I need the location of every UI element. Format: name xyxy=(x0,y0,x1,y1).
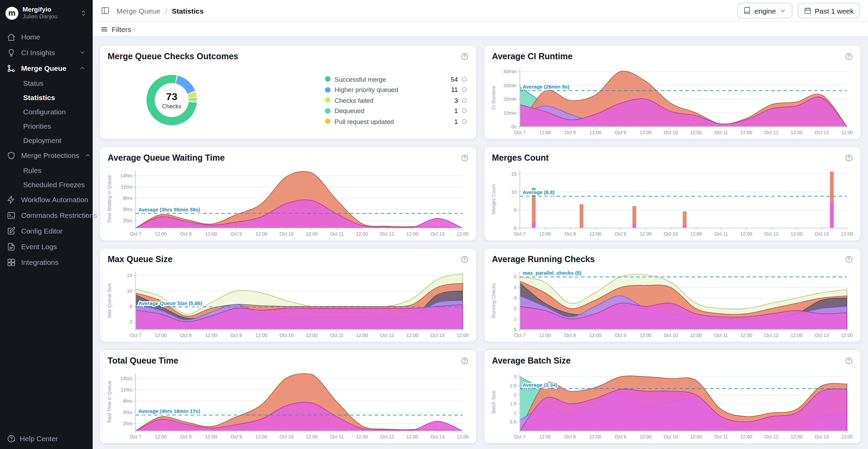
repo-select-button[interactable]: engine xyxy=(738,3,792,18)
sidebar-item-ci-insights[interactable]: CI Insights xyxy=(0,45,93,60)
svg-text:Oct 10: Oct 10 xyxy=(279,231,293,237)
help-icon[interactable] xyxy=(845,154,853,162)
home-icon xyxy=(7,32,16,41)
checks-outcomes-donut[interactable]: 73 Checks xyxy=(134,65,209,136)
running-checks-chart[interactable]: 012345Oct 712:00Oct 812:00Oct 912:00Oct … xyxy=(489,266,855,339)
legend-item[interactable]: Pull request updated1 xyxy=(325,118,467,125)
svg-text:12:00: 12:00 xyxy=(589,231,601,237)
svg-text:12:00: 12:00 xyxy=(456,333,468,338)
mergify-logo: m xyxy=(5,7,18,20)
visibility-toggle-icon[interactable] xyxy=(462,98,467,103)
svg-text:12:00: 12:00 xyxy=(205,333,217,338)
sidebar-item-home[interactable]: Home xyxy=(0,29,93,45)
merge-icon xyxy=(7,64,16,73)
svg-text:2hrs: 2hrs xyxy=(123,218,132,223)
sidebar-item-config-editor[interactable]: Config Editor xyxy=(0,223,93,239)
sidebar-item-label: Commands Restrictions xyxy=(21,211,97,219)
sidebar-item-deployment[interactable]: Deployment xyxy=(0,133,93,147)
date-range-button[interactable]: Past 1 week xyxy=(798,3,860,18)
svg-text:Oct 10: Oct 10 xyxy=(664,130,678,135)
sidebar-item-workflow-automation[interactable]: Workflow Automation xyxy=(0,192,93,207)
help-icon[interactable] xyxy=(461,356,469,365)
help-icon[interactable] xyxy=(845,255,853,263)
svg-text:5hrs: 5hrs xyxy=(123,409,132,415)
svg-text:12:00: 12:00 xyxy=(690,434,702,439)
visibility-toggle-icon[interactable] xyxy=(462,87,467,92)
legend-label: Pull request updated xyxy=(335,118,444,125)
svg-text:12:00: 12:00 xyxy=(539,333,551,338)
help-icon[interactable] xyxy=(461,52,469,61)
svg-text:Oct 8: Oct 8 xyxy=(564,333,576,338)
queue-waiting-chart[interactable]: 2hrs5hrs8hrs11hrs14hrsOct 712:00Oct 812:… xyxy=(104,165,471,238)
max-queue-size-chart[interactable]: 261014Oct 712:00Oct 812:00Oct 912:00Oct … xyxy=(104,266,471,339)
svg-text:12:00: 12:00 xyxy=(740,333,752,338)
breadcrumb: Merge Queue / Statistics xyxy=(117,6,204,15)
calendar-icon xyxy=(804,7,811,14)
sidebar-item-integrations[interactable]: Integrations xyxy=(0,254,93,270)
breadcrumb-merge-queue[interactable]: Merge Queue xyxy=(117,6,160,15)
sidebar-item-label: Event Logs xyxy=(21,242,57,251)
sidebar-item-commands-restrictions[interactable]: Commands Restrictions xyxy=(0,207,93,223)
insights-icon xyxy=(7,48,16,57)
help-icon[interactable] xyxy=(845,356,853,365)
legend-color-dot xyxy=(325,119,330,124)
svg-text:Merges Count: Merges Count xyxy=(491,184,496,214)
legend-item[interactable]: Higher priority queued11 xyxy=(325,86,467,94)
svg-text:2hrs: 2hrs xyxy=(123,420,132,426)
visibility-toggle-icon[interactable] xyxy=(462,119,467,124)
sidebar-item-statistics[interactable]: Statistics xyxy=(0,90,93,105)
legend-item[interactable]: Checks failed3 xyxy=(325,97,467,104)
svg-text:8hrs: 8hrs xyxy=(123,195,132,201)
batch-size-chart[interactable]: 0.511.522.53Oct 712:00Oct 812:00Oct 912:… xyxy=(489,367,855,440)
svg-text:12:00: 12:00 xyxy=(690,333,702,338)
help-center-link[interactable]: Help Center xyxy=(7,434,58,443)
checks-outcomes-legend: Successful merge54Higher priority queued… xyxy=(325,76,467,125)
editor-icon xyxy=(7,226,16,235)
breadcrumb-statistics: Statistics xyxy=(172,6,203,15)
sidebar-item-status[interactable]: Status xyxy=(0,76,93,90)
svg-text:max_parallel_checks (5): max_parallel_checks (5) xyxy=(523,270,582,276)
card-title: Max Queue Size xyxy=(108,255,172,264)
svg-text:Oct 8: Oct 8 xyxy=(180,434,192,439)
help-icon[interactable] xyxy=(845,52,853,61)
legend-item[interactable]: Successful merge54 xyxy=(325,76,467,83)
visibility-toggle-icon[interactable] xyxy=(462,77,467,82)
svg-text:12:00: 12:00 xyxy=(640,130,652,135)
legend-label: Checks failed xyxy=(335,97,444,104)
legend-item[interactable]: Dequeued1 xyxy=(325,107,467,115)
card-average-queue-waiting-time: Average Queue Waiting Time 2hrs5hrs8hrs1… xyxy=(99,146,477,241)
svg-text:Oct 9: Oct 9 xyxy=(615,130,626,135)
sidebar-item-rules[interactable]: Rules xyxy=(0,163,93,177)
sidebar-item-merge-queue[interactable]: Merge Queue xyxy=(0,60,93,76)
org-switcher[interactable]: m Mergifyio Julien Danjou xyxy=(0,0,93,25)
sidebar-item-merge-protections[interactable]: Merge Protections xyxy=(0,147,93,163)
svg-text:4: 4 xyxy=(514,285,516,290)
svg-text:5hrs: 5hrs xyxy=(123,207,132,212)
svg-text:Oct 8: Oct 8 xyxy=(564,434,576,439)
integrations-icon xyxy=(7,258,16,267)
svg-text:Oct 11: Oct 11 xyxy=(714,130,728,135)
legend-color-dot xyxy=(325,108,330,114)
sidebar-item-scheduled-freezes[interactable]: Scheduled Freezes xyxy=(0,177,93,192)
ci-runtime-chart[interactable]: 0s10min20min30min40minOct 712:00Oct 812:… xyxy=(489,63,855,136)
sidebar-item-priorities[interactable]: Priorities xyxy=(0,119,93,133)
filters-button[interactable]: Filters xyxy=(100,25,131,33)
svg-text:Oct 9: Oct 9 xyxy=(615,434,626,439)
sidebar-item-event-logs[interactable]: Event Logs xyxy=(0,239,93,254)
org-user: Julien Danjou xyxy=(22,14,58,20)
help-icon[interactable] xyxy=(461,154,469,162)
help-icon[interactable] xyxy=(461,255,469,263)
sidebar-nav: HomeCI InsightsMerge QueueStatusStatisti… xyxy=(0,29,93,449)
sidebar-item-configuration[interactable]: Configuration xyxy=(0,105,93,119)
total-queue-time-chart[interactable]: 2hrs5hrs8hrs11hrs14hrsOct 712:00Oct 812:… xyxy=(104,367,471,440)
svg-text:11hrs: 11hrs xyxy=(121,387,132,392)
merges-count-chart[interactable]: 051015Oct 712:00Oct 812:00Oct 912:00Oct … xyxy=(489,165,855,238)
visibility-toggle-icon[interactable] xyxy=(462,109,467,113)
shield-icon xyxy=(7,151,16,160)
sidebar-toggle-icon[interactable] xyxy=(101,6,110,15)
svg-text:0.5: 0.5 xyxy=(510,419,517,424)
svg-text:12:00: 12:00 xyxy=(406,434,418,439)
repo-select-label: engine xyxy=(755,6,776,15)
svg-text:Average Queue Size (5.86): Average Queue Size (5.86) xyxy=(138,300,202,306)
svg-text:12:00: 12:00 xyxy=(841,231,853,237)
